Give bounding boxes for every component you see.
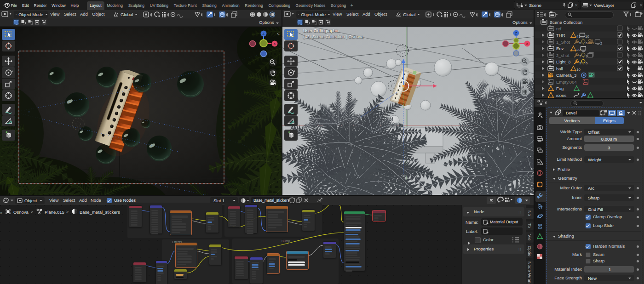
svg-text:1_Shot: 1_Shot [556,40,570,45]
svg-text:5: 5 [579,41,581,45]
svg-text:X: X [526,42,529,46]
svg-text:Fog: Fog [556,86,564,91]
svg-text:2_shot: 2_shot [556,53,569,58]
svg-text:Scene Collection: Scene Collection [550,20,582,25]
svg-text:10: 10 [585,34,589,39]
svg-text:3: 3 [579,61,581,65]
svg-text:icons: icons [556,93,566,98]
svg-text:Z: Z [515,31,518,35]
svg-text:Camera_3: Camera_3 [556,73,576,78]
svg-text:6: 6 [586,61,588,65]
svg-text:9: 9 [586,54,588,58]
svg-text:THR: THR [556,33,565,38]
svg-text:Empty.004: Empty.004 [556,80,577,85]
svg-text:6: 6 [586,41,588,45]
svg-text:ball: ball [556,66,563,71]
svg-text:Z: Z [263,32,265,36]
svg-text:7: 7 [579,54,581,58]
svg-text:X: X [273,42,276,46]
svg-text:20: 20 [576,48,581,52]
svg-text:Env: Env [556,46,564,51]
svg-text:10: 10 [576,68,581,72]
svg-text:ref: ref [556,26,561,31]
svg-text:2: 2 [600,41,603,45]
svg-text:Light_3: Light_3 [556,59,570,64]
